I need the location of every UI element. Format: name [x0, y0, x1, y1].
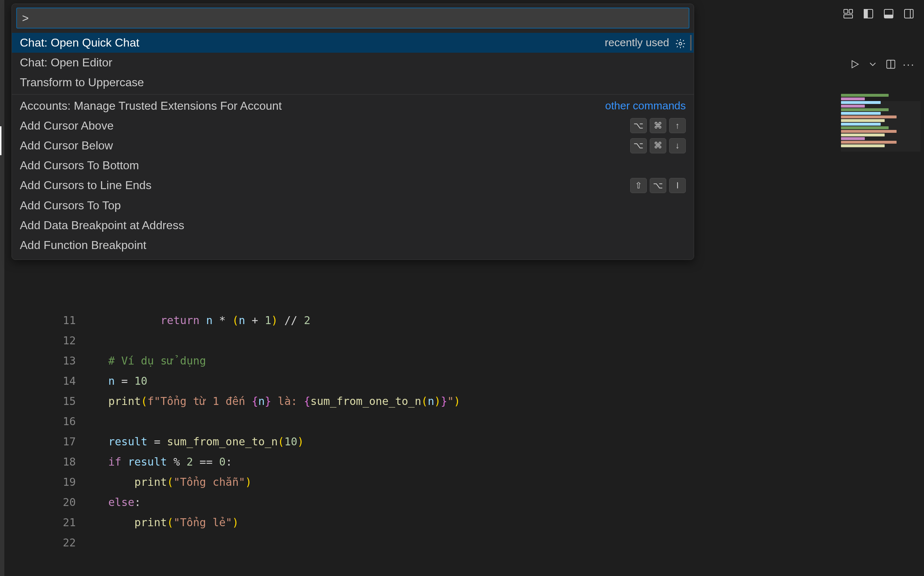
- key: ⌥: [630, 138, 647, 154]
- token: 2: [304, 314, 310, 326]
- palette-item[interactable]: Transform to Uppercase: [12, 72, 694, 93]
- palette-item-hint: other commands: [605, 99, 686, 113]
- token: sum_from_one_to_n: [310, 395, 421, 408]
- command-palette-input-wrap: [12, 4, 694, 31]
- code-line[interactable]: if result % 2 == 0:: [108, 452, 460, 472]
- token: =: [115, 374, 134, 387]
- line-number: 18: [40, 452, 83, 472]
- palette-item-label: Accounts: Manage Trusted Extensions For …: [20, 98, 282, 114]
- palette-item-label: Add Cursors To Bottom: [20, 158, 139, 173]
- palette-item[interactable]: Add Cursor Above⌥⌘↑: [12, 116, 694, 136]
- palette-item[interactable]: Add Cursors to Line Ends⇧⌥I: [12, 175, 694, 195]
- token: result: [128, 456, 167, 468]
- code-line[interactable]: else:: [108, 492, 460, 512]
- palette-item[interactable]: Add Cursors To Top: [12, 195, 694, 216]
- gear-icon[interactable]: [675, 38, 686, 48]
- token: n: [428, 395, 434, 408]
- palette-separator: [12, 94, 694, 94]
- token: }: [441, 395, 447, 408]
- palette-item[interactable]: Add Cursor Below⌥⌘↓: [12, 136, 694, 155]
- token: print: [108, 395, 141, 408]
- code-line[interactable]: [108, 533, 460, 553]
- line-number: 12: [40, 331, 83, 351]
- code-line[interactable]: return n * (n + 1) // 2: [108, 310, 460, 331]
- token: n: [206, 314, 213, 326]
- code-line[interactable]: [108, 411, 460, 432]
- palette-item[interactable]: Chat: Open Quick Chatrecently used: [12, 33, 694, 53]
- code-line[interactable]: # Ví dụ sử dụng: [108, 351, 460, 371]
- token: (: [278, 435, 285, 448]
- code-line[interactable]: result = sum_from_one_to_n(10): [108, 432, 460, 452]
- key: ⌥: [630, 118, 647, 133]
- token: ": [447, 395, 454, 408]
- token: ): [272, 314, 278, 326]
- token: :: [134, 496, 141, 509]
- keybinding: ⌥⌘↓: [630, 138, 686, 154]
- code-content[interactable]: return n * (n + 1) // 2# Ví dụ sử dụngn …: [108, 310, 460, 553]
- palette-item-label: Add Function Breakpoint: [20, 237, 146, 253]
- token: 1: [265, 314, 272, 326]
- line-number: 13: [40, 351, 83, 371]
- token: n: [108, 374, 115, 387]
- palette-item-hint: recently used: [605, 35, 669, 50]
- token: =: [147, 435, 167, 448]
- palette-selected-indicator: [690, 35, 692, 51]
- token: [108, 516, 134, 529]
- minimap-slider[interactable]: [841, 101, 921, 152]
- palette-item-label: Add Cursors to Line Ends: [20, 178, 152, 193]
- palette-item-label: Add Cursor Above: [20, 118, 114, 134]
- line-number: 17: [40, 432, 83, 452]
- key: ⌘: [650, 138, 666, 154]
- token: return: [161, 314, 200, 326]
- code-line[interactable]: n = 10: [108, 371, 460, 391]
- key: ↑: [669, 118, 686, 133]
- token: ): [232, 516, 238, 529]
- keybinding: ⌥⌘↑: [630, 118, 686, 133]
- token: ): [245, 476, 252, 488]
- palette-item[interactable]: Add Data Breakpoint at Address: [12, 216, 694, 235]
- command-palette: Chat: Open Quick Chatrecently usedChat: …: [11, 3, 694, 260]
- palette-item[interactable]: Chat: Open Editor: [12, 53, 694, 72]
- palette-item-right: ⇧⌥I: [630, 178, 686, 193]
- token: 10: [285, 435, 297, 448]
- token: [121, 456, 128, 468]
- code-line[interactable]: [108, 331, 460, 351]
- token: :: [225, 456, 232, 468]
- line-number-gutter: 111213141516171819202122: [40, 310, 83, 553]
- line-number: 21: [40, 512, 83, 533]
- token: ): [454, 395, 460, 408]
- key: ↓: [669, 138, 686, 154]
- token: //: [278, 314, 304, 326]
- command-palette-input[interactable]: [16, 8, 689, 29]
- token: [108, 314, 161, 326]
- key: ⌘: [650, 118, 666, 133]
- code-line[interactable]: print("Tổng lẻ"): [108, 512, 460, 533]
- palette-item[interactable]: Add Cursors To Bottom: [12, 155, 694, 175]
- line-number: 11: [40, 310, 83, 331]
- token: (: [167, 476, 174, 488]
- token: print: [134, 476, 167, 488]
- command-palette-list: Chat: Open Quick Chatrecently usedChat: …: [12, 31, 694, 259]
- svg-point-12: [679, 42, 682, 45]
- keybinding: ⇧⌥I: [630, 178, 686, 193]
- token: 2: [187, 456, 193, 468]
- palette-item-right: ⌥⌘↑: [630, 118, 686, 133]
- line-number: 22: [40, 533, 83, 553]
- line-number: 20: [40, 492, 83, 512]
- code-line[interactable]: print("Tổng chẵn"): [108, 472, 460, 492]
- line-number: 14: [40, 371, 83, 391]
- token: n: [258, 395, 265, 408]
- token: print: [134, 516, 167, 529]
- token: result: [108, 435, 147, 448]
- token: [108, 476, 134, 488]
- palette-item-label: Chat: Open Editor: [20, 55, 112, 70]
- palette-item[interactable]: Add Function Breakpoint: [12, 235, 694, 255]
- token: sum_from_one_to_n: [167, 435, 278, 448]
- token: (: [232, 314, 238, 326]
- token: [200, 314, 206, 326]
- token: %: [167, 456, 187, 468]
- palette-item[interactable]: Accounts: Manage Trusted Extensions For …: [12, 96, 694, 116]
- token: n: [238, 314, 245, 326]
- token: (: [421, 395, 428, 408]
- code-line[interactable]: print(f"Tổng từ 1 đến {n} là: {sum_from_…: [108, 391, 460, 411]
